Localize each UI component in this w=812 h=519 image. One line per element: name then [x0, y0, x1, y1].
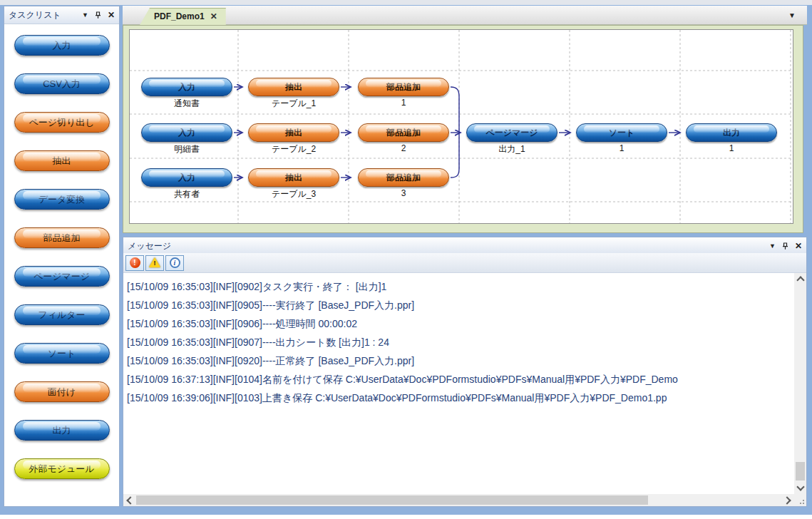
app-window: タスクリスト ▼ ✕ 入力 CSV入力 ページ切り出し 抽出 データ変換 部品追…: [0, 0, 812, 515]
tab-label: PDF_Demo1: [154, 11, 205, 21]
task-button-label: 外部モジュール: [29, 463, 94, 476]
log-line: [15/10/09 16:35:03][INF][0920]----正常終了 […: [127, 351, 791, 370]
flow-node-subtitle: 1: [358, 98, 449, 108]
log-line: [15/10/09 16:35:03][INF][0906]----処理時間 0…: [127, 314, 791, 333]
flow-node-subtitle: テーブル_2: [248, 143, 339, 155]
flow-node-label: 抽出: [285, 127, 302, 139]
pin-icon[interactable]: [782, 242, 788, 250]
filter-warnings-button[interactable]: !: [145, 255, 164, 271]
flow-node-label: 入力: [178, 127, 195, 139]
task-button-label: 抽出: [53, 155, 71, 168]
task-button-ext-module[interactable]: 外部モジュール: [14, 458, 110, 479]
error-icon: !: [130, 257, 140, 268]
task-list-header: タスクリスト ▼ ✕: [4, 6, 119, 24]
flow-node-extract-1[interactable]: 抽出: [248, 78, 339, 96]
resize-grip[interactable]: [794, 494, 806, 506]
panel-close-icon[interactable]: ✕: [108, 10, 115, 20]
task-button-label: ページ切り出し: [29, 116, 94, 129]
message-panel-title: メッセージ: [128, 240, 171, 252]
flow-canvas[interactable]: 入力 通知書 抽出 テーブル_1 部品追加 1 入力 明細書 抽出 テーブル_2…: [129, 29, 793, 224]
task-button-csv-input[interactable]: CSV入力: [14, 73, 110, 94]
horizontal-scroll-thumb[interactable]: [136, 495, 648, 505]
scroll-up-button[interactable]: [794, 273, 806, 285]
task-button-label: ページマージ: [34, 270, 90, 283]
flow-node-subtitle: 3: [358, 188, 449, 198]
panel-menu-icon[interactable]: ▼: [82, 12, 88, 19]
flow-node-input-1[interactable]: 入力: [141, 78, 232, 96]
task-button-label: ソート: [48, 347, 76, 360]
filter-errors-button[interactable]: !: [125, 255, 144, 271]
flow-node-input-2[interactable]: 入力: [141, 123, 232, 142]
flow-node-subtitle: 共有者: [141, 188, 232, 200]
flow-node-pagemerge[interactable]: ページマージ: [466, 123, 557, 142]
main-area: PDF_Demo1 ✕ ▼: [123, 6, 807, 507]
flow-node-label: 入力: [178, 172, 195, 184]
task-button-convert[interactable]: データ変換: [14, 189, 110, 210]
flow-node-subtitle: テーブル_3: [248, 188, 339, 200]
flow-node-label: 部品追加: [386, 172, 421, 184]
panel-close-icon[interactable]: ✕: [795, 241, 802, 251]
task-button-page-merge[interactable]: ページマージ: [14, 266, 110, 287]
tablist-dropdown-icon[interactable]: ▼: [788, 12, 796, 19]
message-panel: メッセージ ▼ ✕ ! ! i [15/10/09 16:35: [123, 237, 807, 507]
pin-icon[interactable]: [95, 11, 101, 19]
flow-node-input-3[interactable]: 入力: [141, 168, 232, 187]
scroll-left-button[interactable]: [123, 494, 135, 506]
task-button-input[interactable]: 入力: [14, 35, 110, 56]
window-top-band: [0, 0, 812, 5]
flow-node-subtitle: テーブル_1: [248, 98, 339, 110]
flow-node-sort[interactable]: ソート: [576, 123, 667, 142]
task-list: 入力 CSV入力 ページ切り出し 抽出 データ変換 部品追加 ページマージ フィ…: [4, 24, 119, 479]
task-button-imposition[interactable]: 面付け: [14, 381, 110, 402]
message-log: [15/10/09 16:35:03][INF][0902]タスク実行・終了： …: [124, 273, 793, 493]
task-button-label: 部品追加: [43, 232, 81, 245]
task-button-label: フィルター: [38, 309, 85, 322]
task-button-label: データ変換: [38, 193, 86, 206]
tab-close-icon[interactable]: ✕: [210, 11, 217, 21]
flow-node-label: ページマージ: [485, 127, 538, 139]
task-button-page-extract[interactable]: ページ切り出し: [14, 112, 110, 133]
flow-node-extract-2[interactable]: 抽出: [248, 123, 339, 142]
task-button-label: 出力: [53, 424, 71, 437]
task-button-add-part[interactable]: 部品追加: [14, 227, 110, 248]
flow-node-label: 抽出: [285, 172, 302, 184]
flow-node-label: 入力: [178, 81, 195, 93]
task-button-label: CSV入力: [43, 78, 81, 91]
horizontal-scrollbar[interactable]: [123, 494, 794, 506]
task-button-sort[interactable]: ソート: [14, 343, 110, 364]
flow-node-subtitle: 2: [358, 143, 449, 153]
vertical-scrollbar[interactable]: [794, 273, 806, 494]
flow-node-subtitle: 通知書: [141, 98, 232, 110]
task-button-label: 面付け: [48, 386, 76, 399]
task-list-title: タスクリスト: [9, 9, 61, 21]
task-button-label: 入力: [53, 39, 71, 52]
message-toolbar: ! ! i: [123, 253, 806, 273]
log-line: [15/10/09 16:35:03][INF][0905]----実行終了 […: [127, 296, 791, 314]
info-icon: i: [170, 257, 180, 268]
flow-node-output[interactable]: 出力: [686, 123, 777, 142]
log-line: [15/10/09 16:37:13][INF][0104]名前を付けて保存 C…: [127, 370, 791, 389]
panel-menu-icon[interactable]: ▼: [769, 243, 776, 250]
flow-node-subtitle: 1: [576, 143, 667, 153]
flow-node-addpart-2[interactable]: 部品追加: [358, 123, 449, 142]
flow-node-extract-3[interactable]: 抽出: [248, 168, 339, 187]
filter-info-button[interactable]: i: [165, 255, 184, 271]
flow-node-addpart-1[interactable]: 部品追加: [358, 78, 449, 96]
warning-icon: !: [148, 257, 161, 268]
task-button-extract[interactable]: 抽出: [14, 150, 110, 171]
flow-node-label: 部品追加: [386, 127, 421, 139]
flow-node-label: 抽出: [285, 81, 302, 93]
task-button-output[interactable]: 出力: [14, 420, 110, 441]
flow-node-addpart-3[interactable]: 部品追加: [358, 168, 449, 187]
task-button-filter[interactable]: フィルター: [14, 304, 110, 325]
document-tabstrip: PDF_Demo1 ✕ ▼: [123, 6, 807, 25]
log-line: [15/10/09 16:39:06][INF][0103]上書き保存 C:¥U…: [127, 389, 791, 407]
flow-node-label: 部品追加: [386, 81, 421, 93]
task-list-panel: タスクリスト ▼ ✕ 入力 CSV入力 ページ切り出し 抽出 データ変換 部品追…: [4, 6, 120, 507]
tab-pdf-demo1[interactable]: PDF_Demo1 ✕: [140, 8, 226, 25]
vertical-scroll-thumb[interactable]: [796, 462, 805, 481]
scroll-right-button[interactable]: [782, 494, 794, 506]
log-line: [15/10/09 16:35:03][INF][0902]タスク実行・終了： …: [127, 277, 791, 296]
scroll-down-button[interactable]: [794, 482, 806, 494]
flow-node-subtitle: 明細書: [141, 143, 232, 155]
